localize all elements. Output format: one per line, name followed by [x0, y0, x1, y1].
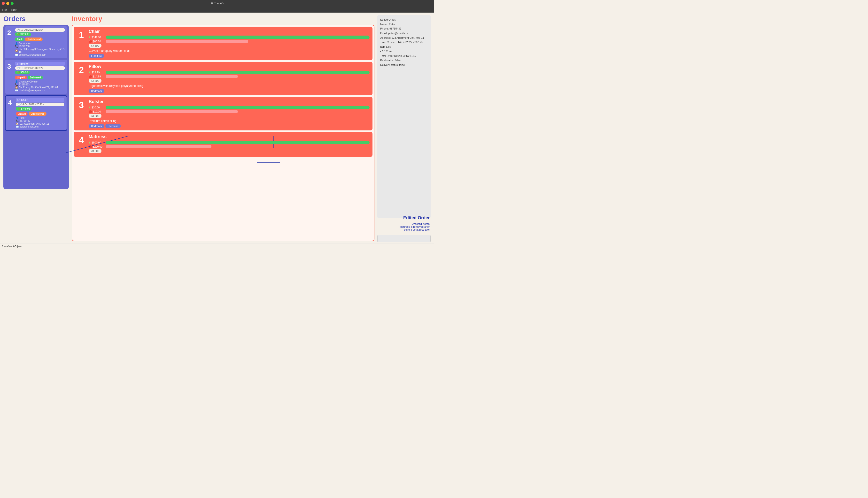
order-address-3: 🏠Blk 11 Ang Mo Kio Street 74, #11-04 [15, 86, 65, 89]
app-title: 🖥 TrackO [210, 2, 224, 5]
inv-tags-2: Bedroom [89, 89, 370, 93]
panels-row: Orders 2 🕐 12 Oct 2022 <12:15> 💚 $119.96 [0, 13, 434, 243]
inv-selling-price-4: ⬆ $500.00 [89, 141, 104, 144]
order-date-3: 🕐 13 Oct 2022 <13:12> [15, 66, 65, 70]
close-button[interactable] [2, 2, 5, 5]
maximize-button[interactable] [11, 2, 14, 5]
inv-number-2: 2 [77, 65, 86, 75]
inv-qty-2: 🏷300 [89, 79, 101, 83]
edited-order-box: Edited Order: Name: Peter Phone: 9876543… [377, 15, 431, 218]
edited-order-revenue: Total Order Revenue: $749.95 [380, 54, 428, 58]
app-wrapper: 🖥 TrackO File Help Orders 2 [0, 0, 434, 249]
command-input[interactable] [377, 235, 431, 242]
inv-tag-2-bedroom[interactable]: Bedroom [89, 89, 104, 93]
inventory-card-3[interactable]: 3 Bolster ⬆ $20.00 [74, 97, 372, 130]
order-card-3[interactable]: 3 3 * Bolster 🕐 13 Oct 2022 <13:12> 💚 $6… [5, 60, 67, 94]
order-email-3: ✉️charlotte@example.com [15, 89, 65, 92]
order-number-2: 2 [7, 29, 11, 37]
inv-selling-price-3: ⬆ $20.00 [89, 106, 104, 109]
inv-number-1: 1 [77, 30, 86, 40]
edited-order-time: Time Created: 14 Oct 2022 <20:12> [380, 40, 428, 44]
order-address-4: 🏠123 Apartment Unit, #05-11 [16, 122, 64, 125]
edited-order-paid: Paid status: false [380, 58, 428, 63]
inv-selling-row-1: ⬆ $149.99 [89, 36, 370, 39]
menu-file[interactable]: File [2, 8, 7, 12]
order-name-2: 👤Bernice Yu [15, 42, 65, 45]
order-badges-2: Paid Undelivered [15, 38, 65, 41]
inventory-title: Inventory [72, 15, 374, 23]
inv-cost-price-4: 🔴 $200.00 [89, 145, 104, 148]
orders-list[interactable]: 2 🕐 12 Oct 2022 <12:15> 💚 $119.96 [3, 25, 69, 189]
inv-tag-1-furniture[interactable]: Furniture [89, 54, 104, 58]
status-bar: /data/trackO.json [0, 243, 434, 249]
edited-order-title: Edited Order: [380, 17, 428, 22]
inv-selling-price-2: ⬆ $29.99 [89, 71, 104, 74]
inv-cost-price-3: 🔴 $10.00 [89, 110, 104, 113]
inv-qty-1: 🏷300 [89, 44, 101, 48]
order-email-2: ✉️berniceyu@example.com [15, 53, 65, 56]
edited-order-phone: Phone: 98765432 [380, 26, 428, 31]
order-card-4[interactable]: 4 5 * Chair 🕐 14 Oct 2022 <20:12> 💚 $749… [5, 95, 67, 131]
badge-undelivered-2: Undelivered [25, 38, 43, 41]
orders-panel: Orders 2 🕐 12 Oct 2022 <12:15> 💚 $119.96 [3, 15, 69, 242]
inv-tags-3: Bedroom Premium [89, 124, 370, 128]
inv-name-4: Mattress [89, 134, 370, 140]
inv-details-2: Pillow ⬆ $29.99 🔴 $14.99 [89, 64, 370, 93]
inv-cost-row-1: 🔴 $80.50 [89, 40, 370, 43]
minimize-button[interactable] [6, 2, 9, 5]
inv-tag-3-premium[interactable]: Premium [105, 124, 121, 128]
inv-selling-bar-3 [106, 106, 370, 109]
order-details-3: 3 * Bolster 🕐 13 Oct 2022 <13:12> 💚 $60.… [15, 62, 65, 92]
order-price-2: 💚 $119.96 [15, 32, 31, 36]
inventory-panel: Inventory 1 Chair ⬆ $149.99 [72, 15, 374, 242]
inv-tags-1: Furniture [89, 54, 370, 58]
orders-title: Orders [3, 15, 69, 23]
inv-qty-3: 🏷300 [89, 114, 101, 118]
title-bar: 🖥 TrackO [0, 0, 434, 7]
badge-unpaid-3: Unpaid [15, 76, 27, 79]
inv-details-4: Mattress ⬆ $500.00 🔴 $200.00 [89, 134, 370, 154]
order-date-2: 🕐 12 Oct 2022 <12:15> [15, 28, 65, 32]
order-number-4: 4 [8, 99, 12, 107]
edited-order-delivery: Delivery status: false [380, 63, 428, 67]
inv-selling-bar-2 [106, 71, 370, 74]
badge-unpaid-4: Unpaid [16, 112, 28, 116]
inv-cost-bar-4 [106, 145, 370, 148]
badge-delivered-3: Delivered [28, 76, 43, 79]
order-name-3: 👤Charlotte Oliveiro [15, 80, 65, 83]
inv-cost-row-3: 🔴 $10.00 [89, 110, 370, 113]
order-phone-4: 📞98765432 [16, 119, 64, 122]
edited-order-item-list: • 5 * Chair [380, 49, 428, 54]
inv-name-1: Chair [89, 29, 370, 34]
inv-selling-row-4: ⬆ $500.00 [89, 141, 370, 144]
order-number-3: 3 [7, 63, 11, 70]
inv-selling-price-1: ⬆ $149.99 [89, 36, 104, 39]
order-date-4: 🕐 14 Oct 2022 <20:12> [16, 103, 64, 106]
order-badges-4: Unpaid Undelivered [16, 112, 64, 116]
inv-selling-bar-1 [106, 36, 370, 39]
inventory-card-1[interactable]: 1 Chair ⬆ $149.99 [74, 27, 372, 60]
inventory-card-2[interactable]: 2 Pillow ⬆ $29.99 [74, 62, 372, 95]
edited-order-item-label: Item List: [380, 44, 428, 49]
inventory-card-4[interactable]: 4 Mattress ⬆ $500.00 [74, 132, 372, 157]
order-card-2[interactable]: 2 🕐 12 Oct 2022 <12:15> 💚 $119.96 [5, 26, 67, 58]
inventory-list[interactable]: 1 Chair ⬆ $149.99 [72, 25, 374, 241]
order-item-name-3: 3 * Bolster [15, 62, 65, 66]
inv-cost-price-1: 🔴 $80.50 [89, 40, 104, 43]
annotation-edited-order: Edited Order [403, 215, 430, 220]
menu-help[interactable]: Help [11, 8, 17, 12]
inv-cost-bar-3 [106, 110, 370, 113]
badge-undelivered-4: Undelivered [28, 112, 46, 116]
order-details-4: 5 * Chair 🕐 14 Oct 2022 <20:12> 💚 $749.9… [16, 98, 64, 128]
inv-qty-4: 🏷300 [89, 149, 101, 153]
inv-cost-price-2: 🔴 $14.99 [89, 75, 104, 78]
inv-details-3: Bolster ⬆ $20.00 🔴 $10.00 [89, 99, 370, 128]
inv-tag-3-bedroom[interactable]: Bedroom [89, 124, 104, 128]
inv-number-4: 4 [77, 135, 86, 145]
title-bar-buttons [0, 2, 14, 5]
order-details-2: 🕐 12 Oct 2022 <12:15> 💚 $119.96 Paid Und… [15, 28, 65, 56]
inv-cost-bar-1 [106, 40, 370, 43]
edited-order-address: Address: 123 Apartment Unit, #05-11 [380, 36, 428, 40]
inv-cost-row-2: 🔴 $14.99 [89, 75, 370, 78]
inv-selling-row-2: ⬆ $29.99 [89, 71, 370, 74]
